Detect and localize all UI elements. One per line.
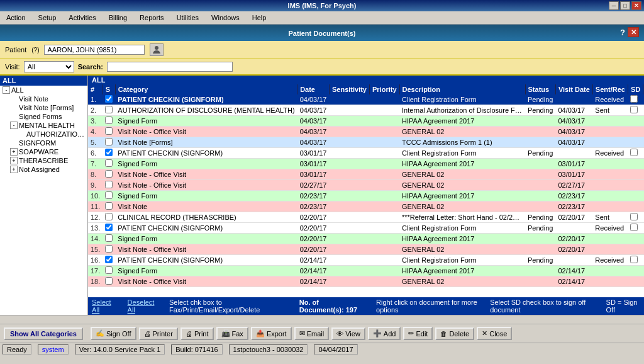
fax-button[interactable]: 📠 Fax bbox=[216, 327, 248, 340]
table-row[interactable]: 16.PATIENT CHECKIN (SIGNFORM)02/14/17Cli… bbox=[88, 255, 644, 266]
app-close-button[interactable]: ✕ bbox=[628, 27, 639, 37]
window-close-button[interactable]: ✕ bbox=[631, 1, 641, 10]
col-sensitivity[interactable]: Sensitivity bbox=[329, 84, 369, 94]
row-checkbox-cell[interactable] bbox=[103, 255, 115, 266]
horizontal-scrollbar[interactable] bbox=[0, 315, 644, 324]
menu-utilities[interactable]: Utilities bbox=[173, 13, 203, 23]
row-checkbox-cell[interactable] bbox=[103, 276, 115, 287]
row-sd-cell[interactable] bbox=[628, 105, 643, 116]
col-visitdate[interactable]: Visit Date bbox=[555, 84, 592, 94]
row-checkbox[interactable] bbox=[105, 95, 113, 103]
col-status[interactable]: Status bbox=[525, 84, 555, 94]
row-sd-cell[interactable] bbox=[628, 223, 643, 234]
table-row[interactable]: 10.Signed Form02/23/17HIPAA Agreement 20… bbox=[88, 191, 644, 202]
table-row[interactable]: 2.AUTHORIZATION OF DISCLOSURE (MENTAL HE… bbox=[88, 105, 644, 116]
col-priority[interactable]: Priority bbox=[370, 84, 400, 94]
show-all-categories-button[interactable]: Show All Categories bbox=[4, 327, 83, 340]
patient-input[interactable] bbox=[44, 45, 145, 55]
col-sentrec[interactable]: Sent/Rec bbox=[592, 84, 628, 94]
row-checkbox-cell[interactable] bbox=[103, 266, 115, 276]
row-checkbox[interactable] bbox=[105, 202, 113, 210]
tree-item-signform[interactable]: SIGNFORM bbox=[0, 139, 87, 147]
table-row[interactable]: 3.Signed Form04/03/17HIPAA Agreement 201… bbox=[88, 116, 644, 127]
row-checkbox-cell[interactable] bbox=[103, 169, 115, 180]
menu-billing[interactable]: Billing bbox=[105, 13, 131, 23]
table-row[interactable]: 11.Visit Note02/23/17GENERAL 0202/23/17 bbox=[88, 202, 644, 212]
menu-setup[interactable]: Setup bbox=[35, 13, 60, 23]
tree-expander-mental-health[interactable]: - bbox=[10, 122, 18, 129]
row-checkbox-cell[interactable] bbox=[103, 180, 115, 191]
tree-expander-soapware[interactable]: + bbox=[10, 148, 18, 156]
table-row[interactable]: 8.Visit Note - Office Visit03/01/17GENER… bbox=[88, 169, 644, 180]
col-date[interactable]: Date bbox=[297, 84, 330, 94]
tree-item-all[interactable]: - ALL bbox=[0, 86, 87, 94]
view-button[interactable]: 👁 View bbox=[331, 327, 365, 340]
email-button[interactable]: ✉ Email bbox=[294, 327, 330, 340]
tree-expander-not-assigned[interactable]: + bbox=[10, 166, 18, 173]
row-sd-cell[interactable] bbox=[628, 244, 643, 255]
row-sd-cell[interactable] bbox=[628, 276, 643, 287]
row-sd-cell[interactable] bbox=[628, 148, 643, 159]
col-category[interactable]: Category bbox=[115, 84, 297, 94]
row-checkbox[interactable] bbox=[105, 213, 113, 220]
row-checkbox-cell[interactable] bbox=[103, 148, 115, 159]
row-sd-checkbox[interactable] bbox=[630, 95, 638, 103]
row-checkbox-cell[interactable] bbox=[103, 234, 115, 244]
sign-off-button[interactable]: ✍ Sign Off bbox=[91, 327, 136, 340]
col-num[interactable]: # bbox=[88, 84, 103, 94]
row-sd-cell[interactable] bbox=[628, 202, 643, 212]
row-checkbox-cell[interactable] bbox=[103, 116, 115, 127]
table-wrapper[interactable]: # S Category Date Sensitivity Priority D… bbox=[88, 84, 644, 297]
table-row[interactable]: 1.PATIENT CHECKIN (SIGNFORM)04/03/17Clie… bbox=[88, 94, 644, 105]
tree-item-signed-forms[interactable]: Signed Forms bbox=[0, 112, 87, 121]
row-sd-cell[interactable] bbox=[628, 94, 643, 105]
row-checkbox-cell[interactable] bbox=[103, 94, 115, 105]
row-checkbox[interactable] bbox=[105, 256, 113, 263]
row-sd-cell[interactable] bbox=[628, 169, 643, 180]
col-sd[interactable]: SD bbox=[628, 84, 643, 94]
search-input[interactable] bbox=[107, 62, 233, 72]
row-sd-cell[interactable] bbox=[628, 180, 643, 191]
row-sd-cell[interactable] bbox=[628, 234, 643, 244]
edit-button[interactable]: ✏ Edit bbox=[403, 327, 433, 340]
tree-item-therascribe[interactable]: + THERASCRIBE bbox=[0, 156, 87, 165]
row-checkbox[interactable] bbox=[105, 170, 113, 178]
tree-item-soapware[interactable]: + SOAPWARE bbox=[0, 147, 87, 156]
row-checkbox-cell[interactable] bbox=[103, 105, 115, 116]
tree-item-mental-health[interactable]: - MENTAL HEALTH bbox=[0, 121, 87, 130]
row-checkbox[interactable] bbox=[105, 159, 113, 167]
menu-help[interactable]: Help bbox=[248, 13, 270, 23]
row-checkbox[interactable] bbox=[105, 149, 113, 156]
table-row[interactable]: 5.Visit Note [Forms]04/03/17TCCC Admissi… bbox=[88, 137, 644, 148]
print-button[interactable]: 🖨 Print bbox=[180, 327, 214, 340]
printer-button[interactable]: 🖨 Printer bbox=[139, 327, 178, 340]
patient-person-icon[interactable] bbox=[150, 43, 164, 56]
tree-item-not-assigned[interactable]: + Not Assigned bbox=[0, 165, 87, 174]
col-s[interactable]: S bbox=[103, 84, 115, 94]
select-all-link[interactable]: Select All bbox=[92, 299, 115, 314]
row-sd-checkbox[interactable] bbox=[630, 224, 638, 231]
table-row[interactable]: 4.Visit Note - Office Visit04/03/17GENER… bbox=[88, 127, 644, 137]
col-description[interactable]: Description bbox=[399, 84, 525, 94]
tree-expander-therascribe[interactable]: + bbox=[10, 157, 18, 164]
row-checkbox-cell[interactable] bbox=[103, 127, 115, 137]
row-sd-cell[interactable] bbox=[628, 116, 643, 127]
deselect-all-link[interactable]: Deselect All bbox=[128, 299, 157, 314]
row-sd-checkbox[interactable] bbox=[630, 213, 638, 220]
minimize-button[interactable]: ─ bbox=[609, 1, 619, 10]
menu-activities[interactable]: Activities bbox=[65, 13, 99, 23]
row-checkbox[interactable] bbox=[105, 181, 113, 188]
tree-expander-all[interactable]: - bbox=[3, 86, 10, 94]
row-checkbox[interactable] bbox=[105, 224, 113, 231]
table-row[interactable]: 6.PATIENT CHECKIN (SIGNFORM)03/01/17Clie… bbox=[88, 148, 644, 159]
row-sd-cell[interactable] bbox=[628, 191, 643, 202]
table-row[interactable]: 12.CLINICAL RECORD (THERASCRIBE)02/20/17… bbox=[88, 212, 644, 223]
row-checkbox-cell[interactable] bbox=[103, 244, 115, 255]
tree-all-label[interactable]: ALL bbox=[0, 76, 87, 86]
close-button[interactable]: ✕ Close bbox=[477, 327, 512, 340]
visit-select[interactable]: All bbox=[24, 61, 74, 72]
export-button[interactable]: 📤 Export bbox=[251, 327, 292, 340]
row-checkbox-cell[interactable] bbox=[103, 212, 115, 223]
menu-action[interactable]: Action bbox=[3, 13, 30, 23]
table-row[interactable]: 13.PATIENT CHECKIN (SIGNFORM)02/20/17Cli… bbox=[88, 223, 644, 234]
